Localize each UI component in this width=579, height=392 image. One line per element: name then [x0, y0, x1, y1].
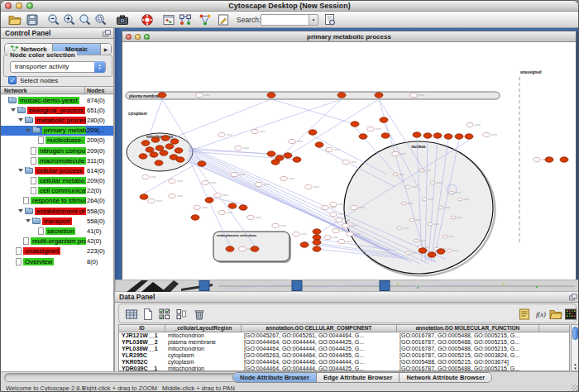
network-node-selected[interactable] — [165, 144, 174, 149]
network-node[interactable] — [534, 157, 540, 161]
annotation-icon[interactable] — [216, 12, 231, 27]
tree-row[interactable]: secretion41(0) — [1, 226, 113, 236]
network-node[interactable] — [251, 129, 258, 133]
network-node[interactable] — [324, 235, 331, 239]
network-node-selected[interactable] — [444, 134, 452, 139]
network-node[interactable] — [405, 251, 410, 255]
network-node[interactable] — [422, 198, 427, 201]
select-nodes-checkbox[interactable]: ✓ — [8, 76, 17, 84]
tree-row[interactable]: establishment of lo558(0) — [1, 206, 113, 216]
network-node[interactable] — [467, 122, 473, 127]
network-node[interactable] — [202, 180, 208, 184]
network-node-selected[interactable] — [175, 148, 183, 153]
network-node-selected[interactable] — [205, 198, 213, 203]
network-node[interactable] — [169, 194, 175, 198]
network-node[interactable] — [196, 93, 203, 97]
tree-row[interactable]: transport558(0) — [1, 216, 113, 226]
network-node-selected[interactable] — [228, 203, 237, 208]
tree-row[interactable]: cellular process614(0) — [1, 165, 113, 175]
network-node[interactable] — [235, 146, 242, 150]
table-row[interactable]: YKR052Ccytoplasm[GO:0044464, GO:0044446,… — [119, 359, 569, 366]
network-node[interactable] — [430, 181, 435, 184]
tree-row[interactable]: metabolic process280(0) — [1, 115, 113, 125]
network-node-selected[interactable] — [313, 235, 321, 240]
help-icon[interactable] — [140, 12, 155, 27]
network-node[interactable] — [305, 184, 312, 189]
background-window-strip[interactable] — [115, 280, 579, 292]
network-node[interactable] — [342, 223, 349, 227]
network-node-selected[interactable] — [293, 157, 301, 162]
network-node-selected[interactable] — [158, 93, 166, 98]
network-node-selected[interactable] — [419, 248, 427, 253]
network-node[interactable] — [148, 198, 155, 203]
search-options-icon[interactable] — [323, 12, 337, 27]
network-node-selected[interactable] — [465, 134, 473, 139]
network-node[interactable] — [336, 218, 342, 222]
network-node-selected[interactable] — [313, 229, 321, 234]
table-row[interactable]: YPL036W__2plasma membrane[GO:0044464, GO… — [119, 339, 569, 346]
zoom-out-icon[interactable] — [46, 12, 61, 27]
network-node-selected[interactable] — [156, 146, 164, 151]
tree-row[interactable]: macromolecule311(0) — [1, 155, 113, 165]
node-color-combobox[interactable]: transporter activity ▲▼ — [10, 61, 106, 73]
network-node[interactable] — [393, 173, 398, 176]
scrollbar-arrows[interactable]: ▲▼ — [572, 362, 579, 370]
network-node[interactable] — [330, 202, 337, 206]
float-panel-icon[interactable] — [103, 30, 111, 37]
table-row[interactable]: YPL036W__1mitochondrion[GO:0044464, GO:0… — [119, 346, 569, 352]
network-node-selected[interactable] — [428, 252, 436, 257]
network-node-selected[interactable] — [313, 246, 321, 251]
network-node-selected[interactable] — [146, 147, 154, 152]
network-node[interactable] — [289, 139, 295, 143]
tree-row[interactable]: cellular metabo209(0) — [1, 176, 113, 186]
table-column-header[interactable]: annotation.GO CELLULAR_COMPONENT — [242, 325, 397, 332]
tree-row[interactable]: nucleobase-209(0) — [1, 136, 113, 146]
tab-node-attribute-browser[interactable]: Node Attribute Browser — [233, 373, 317, 382]
network-node-selected[interactable] — [198, 161, 206, 166]
attribute-list-icon[interactable] — [517, 307, 532, 322]
network-node[interactable] — [247, 215, 254, 219]
network-node-selected[interactable] — [437, 249, 445, 254]
table-row[interactable]: YJR121W__1mitochondrion[GO:0045267, GO:0… — [119, 332, 569, 339]
network-node-selected[interactable] — [267, 151, 275, 156]
save-icon[interactable] — [25, 12, 40, 27]
table-column-header[interactable]: annotation.GO MOLECULAR_FUNCTION — [397, 325, 539, 332]
zoom-in-icon[interactable] — [62, 12, 77, 27]
network-node[interactable] — [218, 210, 225, 214]
table-row[interactable]: YLR295Ccytoplasm[GO:0045263, GO:0044464,… — [119, 352, 569, 359]
network-node[interactable] — [218, 132, 225, 136]
table-scrollbar[interactable]: ▲▼ — [571, 324, 579, 371]
network-node-selected[interactable] — [423, 133, 432, 138]
network-node[interactable] — [347, 232, 353, 236]
network-node-selected[interactable] — [545, 157, 553, 162]
network-node[interactable] — [169, 179, 175, 183]
network-node-selected[interactable] — [455, 134, 463, 139]
network-node[interactable] — [451, 216, 456, 219]
tree-row[interactable]: cell communicat22(0) — [1, 186, 113, 196]
network-node[interactable] — [457, 198, 462, 201]
network-node[interactable] — [483, 132, 490, 136]
network-node[interactable] — [409, 218, 414, 222]
network-node-selected[interactable] — [141, 141, 150, 146]
network-node[interactable] — [214, 193, 221, 197]
network-node-selected[interactable] — [267, 93, 275, 98]
tree-row[interactable]: primary metabo209(... — [1, 126, 113, 136]
network-node-selected[interactable] — [313, 240, 321, 245]
network-node[interactable] — [438, 206, 443, 209]
tab-edge-attribute-browser[interactable]: Edge Attribute Browser — [317, 373, 400, 382]
network-node-selected[interactable] — [139, 154, 147, 159]
network-node[interactable] — [239, 246, 246, 251]
network-node[interactable] — [449, 191, 454, 194]
scrollbar-thumb[interactable] — [572, 327, 578, 340]
unselect-attributes-icon[interactable] — [174, 307, 189, 322]
network-node[interactable] — [330, 212, 337, 216]
network-node[interactable] — [322, 205, 328, 209]
tree-column-network[interactable]: Network — [1, 87, 85, 93]
network-node-selected[interactable] — [300, 242, 309, 247]
network-node[interactable] — [231, 172, 237, 176]
network-node-selected[interactable] — [226, 246, 234, 251]
formula-icon[interactable]: f(x) — [534, 307, 548, 322]
import-attributes-icon[interactable] — [548, 307, 563, 322]
zoom-selected-icon[interactable] — [93, 12, 108, 27]
select-attributes-icon[interactable] — [157, 307, 172, 322]
